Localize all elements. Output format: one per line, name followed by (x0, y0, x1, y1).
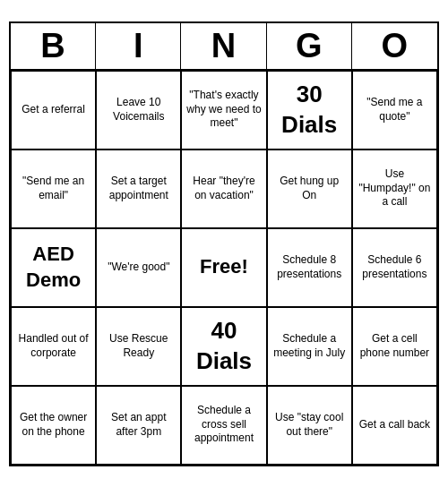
bingo-cell-23: Use "stay cool out there" (267, 386, 352, 465)
bingo-letter-i: I (96, 23, 181, 69)
bingo-cell-3: 30 Dials (267, 71, 352, 150)
bingo-cell-15: Handled out of corporate (11, 307, 96, 386)
bingo-cell-20: Get the owner on the phone (11, 386, 96, 465)
bingo-cell-16: Use Rescue Ready (96, 307, 181, 386)
bingo-cell-18: Schedule a meeting in July (267, 307, 352, 386)
bingo-letter-n: N (181, 23, 266, 69)
bingo-cell-2: "That's exactly why we need to meet" (181, 71, 266, 150)
bingo-cell-24: Get a call back (352, 386, 437, 465)
bingo-grid: Get a referralLeave 10 Voicemails"That's… (11, 71, 437, 465)
bingo-cell-5: "Send me an email" (11, 150, 96, 228)
bingo-letter-g: G (267, 23, 352, 69)
bingo-cell-6: Set a target appointment (96, 150, 181, 228)
bingo-cell-21: Set an appt after 3pm (96, 386, 181, 465)
bingo-cell-7: Hear "they're on vacation" (181, 150, 266, 228)
bingo-cell-14: Schedule 6 presentations (352, 228, 437, 307)
bingo-cell-1: Leave 10 Voicemails (96, 71, 181, 150)
bingo-cell-0: Get a referral (11, 71, 96, 150)
bingo-cell-19: Get a cell phone number (352, 307, 437, 386)
bingo-letter-o: O (352, 23, 437, 69)
bingo-cell-4: "Send me a quote" (352, 71, 437, 150)
bingo-cell-17: 40 Dials (181, 307, 266, 386)
bingo-card: BINGO Get a referralLeave 10 Voicemails"… (9, 21, 439, 466)
bingo-cell-10: AED Demo (11, 228, 96, 307)
bingo-cell-8: Get hung up On (267, 150, 352, 228)
bingo-cell-22: Schedule a cross sell appointment (181, 386, 266, 465)
bingo-cell-12: Free! (181, 228, 266, 307)
bingo-cell-13: Schedule 8 presentations (267, 228, 352, 307)
bingo-header: BINGO (11, 23, 437, 71)
bingo-letter-b: B (11, 23, 96, 69)
bingo-cell-11: "We're good" (96, 228, 181, 307)
bingo-cell-9: Use "Humpday!" on a call (352, 150, 437, 228)
